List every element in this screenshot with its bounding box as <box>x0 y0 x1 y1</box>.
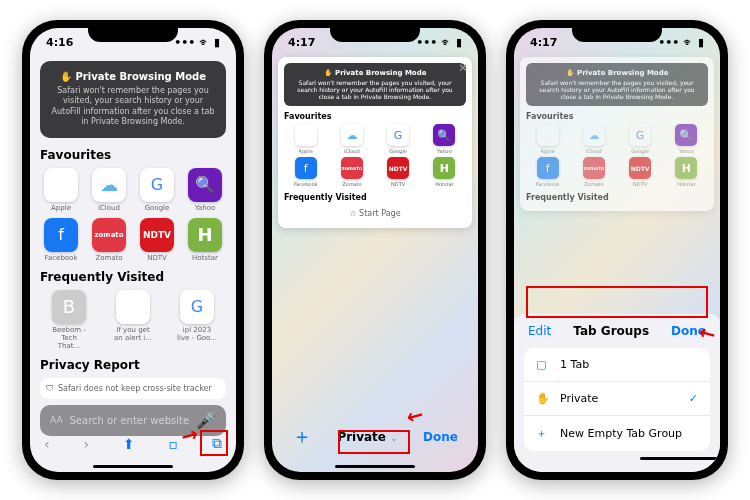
annotation-box <box>526 286 708 318</box>
banner-title: ✋ Private Browsing Mode <box>48 71 218 82</box>
fav-ndtv[interactable]: NDTVNDTV <box>136 218 178 262</box>
fav-yahoo[interactable]: 🔍Yahoo <box>184 168 226 212</box>
fav-hotstar[interactable]: HHotstar <box>184 218 226 262</box>
favourites-title: Favourites <box>40 148 226 162</box>
home-indicator[interactable] <box>335 465 415 468</box>
beebom-icon: B <box>52 290 86 324</box>
apple-icon <box>116 290 150 324</box>
home-indicator[interactable] <box>640 457 720 460</box>
bookmarks-icon[interactable]: ▫ <box>169 436 179 452</box>
notch <box>330 20 420 42</box>
privacy-title: Privacy Report <box>40 358 226 372</box>
yahoo-icon: 🔍 <box>188 168 222 202</box>
card-freq-title: Frequently Visited <box>284 193 466 202</box>
tab-card[interactable]: ✕ ✋ Private Browsing Mode Safari won't r… <box>278 57 472 228</box>
status-icons: ••• ᯤ ▮ <box>416 36 462 49</box>
fav-apple[interactable]: Apple <box>40 168 82 212</box>
phone-2: 4:17 ••• ᯤ ▮ ✕ ✋ Private Browsing Mode S… <box>264 20 486 480</box>
screen-2: 4:17 ••• ᯤ ▮ ✕ ✋ Private Browsing Mode S… <box>272 28 478 472</box>
card-fav-grid: Apple ☁iCloud GGoogle 🔍Yahoo fFacebook z… <box>284 124 466 187</box>
back-icon[interactable]: ‹ <box>44 436 50 452</box>
time: 4:16 <box>46 36 73 49</box>
tab-groups-list: ▢ 1 Tab ✋ Private ✓ ＋ New Empty Tab Grou… <box>524 348 710 451</box>
annotation-box <box>200 430 228 456</box>
time: 4:17 <box>530 36 557 49</box>
new-tab-icon[interactable]: ＋ <box>292 423 312 450</box>
tab-card-dim: ✋ Private Browsing ModeSafari won't reme… <box>520 57 714 211</box>
phone-3: 4:17 ••• ᯤ ▮ ✋ Private Browsing ModeSafa… <box>506 20 728 480</box>
card-fav-title: Favourites <box>284 112 466 121</box>
edit-button[interactable]: Edit <box>528 324 551 338</box>
tab-group-private[interactable]: ✋ Private ✓ <box>524 382 710 416</box>
content: ✋ Private Browsing Mode Safari won't rem… <box>30 51 236 442</box>
checkmark-icon: ✓ <box>689 392 698 405</box>
search-placeholder: Search or enter website <box>69 415 190 426</box>
status-icons: ••• ᯤ ▮ <box>174 36 220 49</box>
text-size-icon[interactable]: AA <box>50 415 63 425</box>
frequent-grid: BBeebom - Tech That... If you get an ale… <box>40 290 226 350</box>
screen-1: 4:16 ••• ᯤ ▮ ✋ Private Browsing Mode Saf… <box>30 28 236 472</box>
annotation-box <box>338 430 410 454</box>
status-icons: ••• ᯤ ▮ <box>658 36 704 49</box>
tab-icon: ▢ <box>536 358 550 371</box>
done-button[interactable]: Done <box>423 430 458 444</box>
private-icon: ✋ <box>536 392 550 405</box>
screen-3: 4:17 ••• ᯤ ▮ ✋ Private Browsing ModeSafa… <box>514 28 720 472</box>
shield-icon: 🛡 <box>46 384 54 393</box>
privacy-note: 🛡Safari does not keep cross-site tracker <box>40 378 226 399</box>
time: 4:17 <box>288 36 315 49</box>
zomato-icon: zomato <box>92 218 126 252</box>
home-indicator[interactable] <box>93 465 173 468</box>
tab-group-new[interactable]: ＋ New Empty Tab Group <box>524 416 710 451</box>
favourites-grid: Apple ☁iCloud GGoogle 🔍Yahoo fFacebook z… <box>40 168 226 262</box>
sheet-title: Tab Groups <box>573 324 649 338</box>
fav-icloud[interactable]: ☁iCloud <box>88 168 130 212</box>
ndtv-icon: NDTV <box>140 218 174 252</box>
frequent-title: Frequently Visited <box>40 270 226 284</box>
icloud-icon: ☁ <box>92 168 126 202</box>
facebook-icon: f <box>44 218 78 252</box>
private-banner: ✋ Private Browsing Mode Safari won't rem… <box>40 61 226 138</box>
apple-icon <box>44 168 78 202</box>
phone-1: 4:16 ••• ᯤ ▮ ✋ Private Browsing Mode Saf… <box>22 20 244 480</box>
google-icon: G <box>180 290 214 324</box>
google-icon: G <box>140 168 174 202</box>
share-icon[interactable]: ⬆ <box>123 436 135 452</box>
sheet-header: Edit Tab Groups Done <box>514 314 720 348</box>
notch <box>572 20 662 42</box>
fav-zomato[interactable]: zomatoZomato <box>88 218 130 262</box>
freq-apple[interactable]: If you get an alert i... <box>104 290 162 350</box>
tab-group-1tab[interactable]: ▢ 1 Tab <box>524 348 710 382</box>
plus-icon: ＋ <box>536 426 550 441</box>
fav-google[interactable]: GGoogle <box>136 168 178 212</box>
card-start-page: ☆ Start Page <box>284 205 466 222</box>
card-banner: ✋ Private Browsing Mode Safari won't rem… <box>284 63 466 106</box>
forward-icon[interactable]: › <box>83 436 89 452</box>
hotstar-icon: H <box>188 218 222 252</box>
banner-text: Safari won't remember the pages you visi… <box>48 86 218 128</box>
notch <box>88 20 178 42</box>
freq-beebom[interactable]: BBeebom - Tech That... <box>40 290 98 350</box>
close-icon[interactable]: ✕ <box>458 61 468 75</box>
tab-groups-sheet: Edit Tab Groups Done ▢ 1 Tab ✋ Private ✓… <box>514 314 720 472</box>
freq-google[interactable]: Gipl 2023 live - Goo... <box>168 290 226 350</box>
fav-facebook[interactable]: fFacebook <box>40 218 82 262</box>
